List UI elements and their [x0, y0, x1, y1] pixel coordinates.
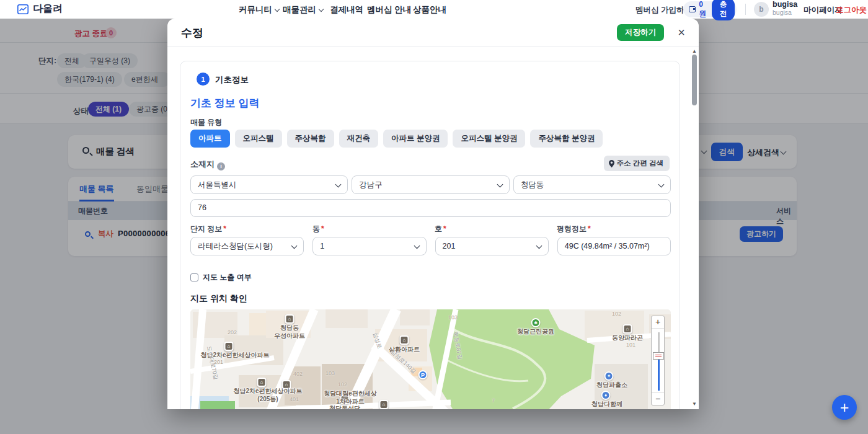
building-icon: ⌂: [285, 314, 294, 324]
chevron-down-icon: [319, 6, 324, 11]
area-input[interactable]: 49C (49.84m² / 35.07m²): [557, 237, 671, 255]
map-lot-number: 7: [492, 397, 495, 404]
map-expose-row: 지도 노출 여부: [190, 272, 252, 283]
nav-community[interactable]: 커뮤니티: [239, 4, 279, 16]
chevron-down-icon: [536, 243, 542, 249]
address-quick-search-button[interactable]: 주소 간편 검색: [604, 156, 670, 171]
screen: 다올려 커뮤니티 매물관리 결제내역 멤버십 안내 상품안내 멤버십 가입하기 …: [0, 0, 868, 434]
add-floating-button[interactable]: +: [832, 395, 857, 420]
police-icon: ✦: [604, 371, 614, 381]
address-label: 소재지i: [190, 159, 225, 170]
map-label-park: 청담근린공원: [517, 328, 554, 336]
address-label-text: 소재지: [190, 159, 215, 169]
complex-value: 라테라스청담(도시형): [198, 242, 273, 250]
user-name: bugisa: [773, 1, 797, 9]
unit-label: 호*: [435, 224, 446, 234]
unit-value: 201: [443, 242, 456, 250]
map-expose-checkbox[interactable]: [190, 273, 198, 281]
map-section-title: 지도 위치 확인: [190, 293, 247, 304]
edit-modal: 수정 저장하기 × 1 기초정보 기초 정보 입력 매물 유형 아파트 오피스텔…: [167, 19, 699, 409]
nav-listings-label: 매물관리: [283, 4, 316, 16]
complex-info-label: 단지 정보*: [190, 224, 226, 234]
complex-info-label-text: 단지 정보: [190, 224, 222, 233]
map-lot-number: 101: [626, 342, 636, 348]
map-zoom-control: + −: [651, 316, 665, 405]
modal-header: 수정 저장하기 ×: [167, 19, 699, 46]
unit-select[interactable]: 201: [435, 237, 549, 255]
sigungu-value: 강남구: [359, 180, 383, 189]
basic-info-card: 1 기초정보 기초 정보 입력 매물 유형 아파트 오피스텔 주상복합 재건축 …: [180, 61, 680, 409]
type-label: 매물 유형: [190, 117, 222, 128]
modal-title: 수정: [181, 25, 203, 40]
logout-link[interactable]: 로그아웃: [836, 5, 867, 16]
scrollbar-up-arrow[interactable]: ▲: [692, 48, 697, 54]
modal-body: 1 기초정보 기초 정보 입력 매물 유형 아파트 오피스텔 주상복합 재건축 …: [167, 46, 699, 409]
address-quick-search-label: 주소 간편 검색: [617, 159, 663, 168]
map-lot-number: 201: [214, 359, 223, 365]
user-info: bugisa bugisa: [773, 1, 797, 16]
dong-value: 청담동: [521, 180, 544, 189]
step-badge: 1: [197, 73, 210, 86]
area-label-text: 평형정보: [557, 224, 587, 233]
type-reconstruction-button[interactable]: 재건축: [339, 130, 379, 148]
map-label-woosung: 청담동 우성아파트: [274, 324, 305, 340]
nav-payments[interactable]: 결제내역: [330, 4, 363, 16]
zoom-slider-handle[interactable]: [653, 352, 664, 360]
save-button[interactable]: 저장하기: [617, 24, 664, 41]
type-apartment-presale-button[interactable]: 아파트 분양권: [383, 130, 448, 148]
building-icon: ⌂: [623, 324, 632, 334]
building-select[interactable]: 1: [312, 237, 426, 255]
nav-payments-label: 결제내역: [330, 4, 363, 16]
charge-button[interactable]: 충전: [712, 0, 735, 20]
map-label-paragon: 동양파라곤: [612, 334, 643, 342]
sigungu-select[interactable]: 강남구: [352, 175, 509, 194]
map-label-kium: 청담다함께 키움센터: [591, 401, 622, 409]
nav-products-label: 상품안내: [413, 4, 446, 16]
map-label-cathedral: 청담동성당: [329, 405, 360, 409]
type-officetel-button[interactable]: 오피스텔: [235, 130, 282, 148]
location-pin-icon: [609, 160, 614, 167]
sido-value: 서울특별시: [198, 180, 237, 189]
zoom-slider-track[interactable]: [658, 332, 660, 353]
step-label: 기초정보: [215, 74, 249, 86]
balance-amount: 0원: [699, 0, 709, 19]
kium-center-icon: ♦: [601, 391, 611, 400]
nav-membership[interactable]: 멤버십 안내: [367, 4, 411, 16]
map-lot-number: 401: [290, 396, 299, 402]
complex-select[interactable]: 라테라스청담(도시형): [190, 237, 304, 255]
required-mark: *: [588, 224, 591, 233]
wallet-balance-pill: 0원 충전: [683, 1, 737, 17]
address-detail-input[interactable]: 76: [190, 199, 671, 217]
nav-community-label: 커뮤니티: [239, 4, 272, 16]
building-value: 1: [320, 242, 324, 250]
dong-select[interactable]: 청담동: [513, 175, 671, 194]
map-lot-number: 402: [293, 371, 303, 377]
scrollbar-down-arrow[interactable]: ▼: [692, 401, 697, 407]
avatar[interactable]: b: [754, 2, 769, 17]
sido-select[interactable]: 서울특별시: [190, 175, 348, 194]
nav-listings[interactable]: 매물관리: [283, 4, 323, 16]
building-icon: ⌂: [379, 400, 389, 409]
type-mixed-presale-button[interactable]: 주상복합 분양권: [530, 130, 603, 148]
zoom-in-button[interactable]: +: [652, 316, 664, 329]
map-lot-number: 102: [338, 381, 347, 388]
trend-chart-icon: [17, 4, 29, 14]
type-mixed-use-button[interactable]: 주상복합: [287, 130, 334, 148]
type-apartment-button[interactable]: 아파트: [190, 130, 230, 148]
info-icon[interactable]: i: [217, 162, 225, 170]
type-officetel-presale-button[interactable]: 오피스텔 분양권: [453, 130, 525, 148]
brand-logo[interactable]: 다올려: [17, 2, 63, 16]
chevron-down-icon: [414, 243, 420, 249]
chevron-down-icon: [658, 182, 665, 188]
map-lot-number: 202: [228, 329, 237, 335]
nav-products[interactable]: 상품안내: [413, 4, 446, 16]
chevron-down-icon: [335, 182, 342, 188]
location-map[interactable]: ⌂ ⌂ ⌂ ⌂ ⌂ ♣ ⌂ ✦ ♦ + ⌂ P 청담동 우성아파트 삼환아파트 …: [190, 309, 671, 409]
scrollbar-thumb[interactable]: [692, 55, 697, 105]
zoom-out-button[interactable]: −: [652, 392, 664, 405]
close-icon[interactable]: ×: [678, 24, 685, 41]
building-label-text: 동: [312, 224, 320, 233]
unit-label-text: 호: [435, 224, 442, 233]
map-label-daelim: 청담대림e편한세상 1차아파트: [324, 390, 377, 405]
zoom-slider-track-active[interactable]: [658, 360, 660, 391]
